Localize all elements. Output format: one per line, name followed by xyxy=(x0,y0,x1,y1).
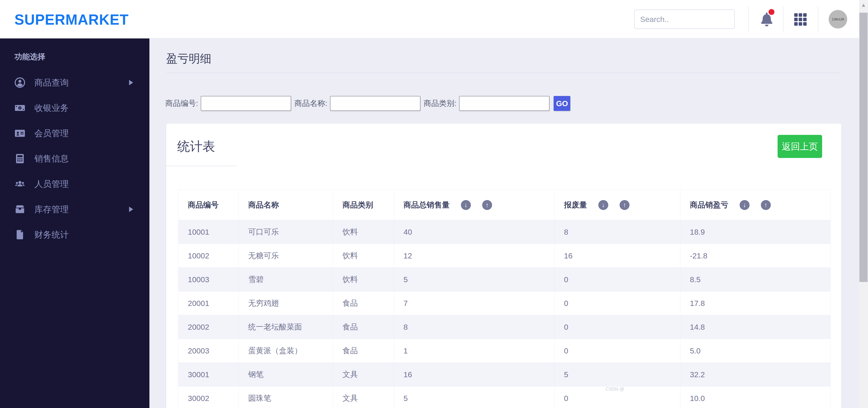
table-row: 10001可口可乐饮料40818.9 xyxy=(178,220,831,244)
id-card-icon xyxy=(14,128,25,139)
table-cell: 16 xyxy=(555,244,680,268)
sidebar-item-label: 财务统计 xyxy=(34,229,69,240)
filter-label-3: 商品类别: xyxy=(424,98,456,109)
column-label: 商品名称 xyxy=(248,200,279,210)
sort-asc-button[interactable]: ↑ xyxy=(482,200,492,210)
table-cell: 10.0 xyxy=(680,386,831,408)
chevron-right-icon xyxy=(129,207,133,212)
stats-table: 商品编号商品名称商品类别商品总销售量↓↑报废量↓↑商品销盈亏↓↑ 10001可口… xyxy=(178,190,831,408)
sidebar-item-7[interactable]: 财务统计 xyxy=(0,222,149,247)
table-cell: 钢笔 xyxy=(239,363,333,386)
notifications-button[interactable] xyxy=(758,9,776,29)
table-cell: 0 xyxy=(555,268,680,291)
sidebar-item-5[interactable]: 人员管理 xyxy=(0,171,149,197)
sort-desc-button[interactable]: ↓ xyxy=(740,200,749,210)
sort-desc-button[interactable]: ↓ xyxy=(461,200,471,210)
filter-label-1: 商品编号: xyxy=(165,98,198,109)
column-header-1: 商品编号 xyxy=(178,190,239,220)
column-header-2: 商品名称 xyxy=(239,190,333,220)
user-avatar[interactable]: 128x128 xyxy=(829,10,847,29)
table-cell: 雪碧 xyxy=(239,268,333,291)
table-row: 30001钢笔文具16532.2 xyxy=(178,363,831,386)
table-cell: 圆珠笔 xyxy=(239,386,333,408)
bell-icon xyxy=(760,24,774,28)
table-cell: 统一老坛酸菜面 xyxy=(239,315,333,339)
top-bar: SUPERMARKET 128x128 xyxy=(0,0,868,38)
apps-grid-button[interactable] xyxy=(793,12,808,28)
table-cell: 40 xyxy=(394,220,555,244)
sort-asc-button[interactable]: ↑ xyxy=(761,200,771,210)
table-cell: 8 xyxy=(394,315,555,339)
column-label: 商品类别 xyxy=(342,200,373,210)
sidebar-item-1[interactable]: 商品查询 xyxy=(0,70,149,95)
table-cell: 18.9 xyxy=(680,220,831,244)
sidebar-item-label: 商品查询 xyxy=(34,77,69,88)
table-cell: 食品 xyxy=(333,315,394,339)
column-header-5: 报废量↓↑ xyxy=(555,190,680,220)
sidebar-nav: 商品查询 收银业务 会员管理 销售信息 人员管理 库存管理 财务统计 xyxy=(0,70,149,247)
column-header-6: 商品销盈亏↓↑ xyxy=(680,190,831,220)
table-cell: 饮料 xyxy=(333,244,394,268)
table-row: 30002圆珠笔文具5010.0 xyxy=(178,386,831,408)
chevron-right-icon xyxy=(129,80,133,85)
table-cell: 可口可乐 xyxy=(239,220,333,244)
table-row: 20001无穷鸡翅食品7017.8 xyxy=(178,291,831,315)
calculator-icon xyxy=(14,153,25,164)
sidebar-item-4[interactable]: 销售信息 xyxy=(0,146,149,171)
table-cell: 无穷鸡翅 xyxy=(239,291,333,315)
table-row: 10002无糖可乐饮料1216-21.8 xyxy=(178,244,831,268)
table-header-row: 商品编号商品名称商品类别商品总销售量↓↑报废量↓↑商品销盈亏↓↑ xyxy=(178,190,831,220)
filter-label-2: 商品名称: xyxy=(294,98,327,109)
table-cell: 0 xyxy=(555,339,680,363)
table-cell: 饮料 xyxy=(333,268,394,291)
money-bill-icon xyxy=(14,103,25,113)
filter-form: 商品编号:商品名称:商品类别:GO xyxy=(165,95,570,111)
table-cell: 0 xyxy=(555,315,680,339)
table-cell: 7 xyxy=(394,291,555,315)
filter-input-3[interactable] xyxy=(459,96,550,111)
table-cell: 17.8 xyxy=(680,291,831,315)
back-button[interactable]: 返回上页 xyxy=(778,135,822,158)
table-cell: 20001 xyxy=(178,291,239,315)
search-input[interactable] xyxy=(634,9,735,29)
table-cell: 20002 xyxy=(178,315,239,339)
watermark: CSDN @ xyxy=(606,386,624,392)
table-cell: -21.8 xyxy=(680,244,831,268)
table-cell: 饮料 xyxy=(333,220,394,244)
sort-asc-button[interactable]: ↑ xyxy=(620,200,629,210)
table-cell: 8 xyxy=(555,220,680,244)
column-label: 商品编号 xyxy=(188,200,219,210)
scroll-up-arrow[interactable]: ▲ xyxy=(859,2,868,8)
sidebar-item-3[interactable]: 会员管理 xyxy=(0,121,149,146)
go-button[interactable]: GO xyxy=(554,96,570,111)
sidebar-item-6[interactable]: 库存管理 xyxy=(0,197,149,222)
filter-input-2[interactable] xyxy=(330,96,421,111)
table-cell: 5 xyxy=(394,268,555,291)
header-divider xyxy=(783,6,783,32)
table-cell: 食品 xyxy=(333,291,394,315)
card-title-underline xyxy=(166,166,237,166)
sidebar-item-label: 会员管理 xyxy=(34,128,69,139)
table-cell: 食品 xyxy=(333,339,394,363)
table-cell: 无糖可乐 xyxy=(239,244,333,268)
scrollbar-thumb[interactable] xyxy=(860,13,868,282)
table-row: 20003蛋黄派（盒装）食品105.0 xyxy=(178,339,831,363)
column-header-3: 商品类别 xyxy=(333,190,394,220)
box-icon xyxy=(14,204,25,215)
table-cell: 10003 xyxy=(178,268,239,291)
table-cell: 1 xyxy=(394,339,555,363)
table-cell: 14.8 xyxy=(680,315,831,339)
table-cell: 32.2 xyxy=(680,363,831,386)
sidebar-item-2[interactable]: 收银业务 xyxy=(0,95,149,121)
sidebar-title: 功能选择 xyxy=(14,52,45,62)
sort-desc-button[interactable]: ↓ xyxy=(598,200,608,210)
table-cell: 30001 xyxy=(178,363,239,386)
sidebar-item-label: 销售信息 xyxy=(34,153,69,165)
header-divider xyxy=(818,6,818,32)
table-row: 10003雪碧饮料508.5 xyxy=(178,268,831,291)
column-label: 商品销盈亏 xyxy=(690,200,728,210)
scrollbar[interactable]: ▲ xyxy=(859,0,868,408)
column-label: 商品总销售量 xyxy=(403,200,450,210)
title-divider xyxy=(166,72,841,73)
filter-input-1[interactable] xyxy=(201,96,291,111)
